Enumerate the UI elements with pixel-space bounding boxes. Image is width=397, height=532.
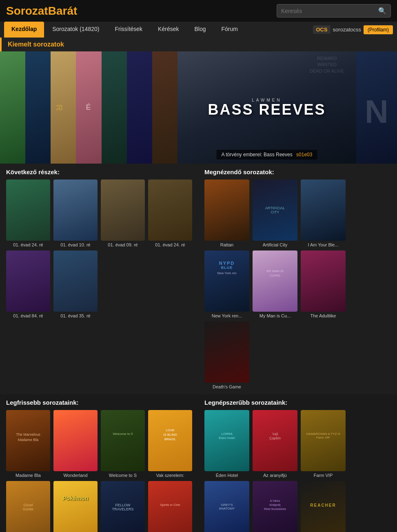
- latest-card-0[interactable]: The MarvelousMadame Bla Madame Bla: [6, 410, 50, 478]
- latest-card-4[interactable]: GüzelGünler Güzel Günler: [6, 481, 50, 532]
- next-episode-label-1: 01. évad 24. ré: [6, 242, 50, 247]
- next-episode-card-2[interactable]: 01. évad 10. ré: [53, 180, 98, 247]
- latest-label-0: Madame Bla: [6, 473, 50, 478]
- latest-img-0: The MarvelousMadame Bla: [6, 410, 50, 471]
- ocs-badge: OCS: [313, 25, 330, 34]
- right-poster[interactable]: N: [356, 51, 397, 164]
- header: SorozatBarát 🔍: [0, 0, 397, 22]
- hero-episode-code: s01e03: [296, 152, 312, 157]
- popular-card-3[interactable]: GREY'SANATOMY A Grace klinika: [204, 481, 249, 532]
- popular-card-1[interactable]: YaliÇapkin Az aranyifjú: [253, 410, 297, 478]
- tab-frissitesek[interactable]: Frissítések: [107, 22, 150, 38]
- hero-title-main: BASS REEVES: [208, 102, 326, 117]
- left-poster-2[interactable]: [25, 51, 51, 164]
- next-episodes-title: Következő részek:: [6, 168, 192, 175]
- next-episode-img-4: [148, 180, 192, 241]
- latest-img-3: LOVEIS BLINDBRAZIL: [148, 410, 192, 471]
- watchlist-img-mymanis: MY MAN ISCUPID: [253, 250, 297, 312]
- popular-section: Legnépszerűbb sorozataink: LORRAÉden Hot…: [198, 394, 397, 532]
- popular-img-0: LORRAÉden Hotel: [204, 410, 249, 471]
- popular-img-5: REACHER: [301, 481, 346, 532]
- search-bar: 🔍: [277, 4, 391, 18]
- watchlist-img-artificial: ARTIFICIALCITY: [253, 180, 297, 241]
- left-poster-5[interactable]: [102, 51, 127, 164]
- popular-card-2[interactable]: HAMAROSAN A TYZ HFarm VIP Farm VIP: [301, 410, 346, 478]
- next-episode-img-3: [101, 180, 145, 241]
- popular-card-5[interactable]: REACHER Reacher: [301, 481, 346, 532]
- popular-label-1: Az aranyifjú: [253, 473, 297, 478]
- latest-img-7: Spirits in Chin: [148, 481, 192, 532]
- latest-img-5: Pokémon: [53, 481, 98, 532]
- popular-card-0[interactable]: LORRAÉden Hotel Éden Hotel: [204, 410, 249, 478]
- popular-img-1: YaliÇapkin: [253, 410, 297, 471]
- watchlist-section: Megnézendő sorozatok: Rattan ARTIFICIALC…: [198, 164, 397, 394]
- nav-bar: Kezdőlap Sorozatok (14820) Frissítések K…: [0, 22, 397, 38]
- next-episode-card-3[interactable]: 01. évad 09. ré: [101, 180, 145, 247]
- next-episode-img-5: [6, 250, 50, 312]
- bottom-sections: Legfrissebb sorozataink: The MarvelousMa…: [0, 394, 397, 532]
- featured-section-title: Kiemelt sorozatok: [0, 38, 397, 51]
- next-episode-card-6[interactable]: 01. évad 35. ré: [53, 250, 98, 318]
- left-poster-4[interactable]: É: [76, 51, 101, 164]
- watchlist-label-adultlike: The Adultlike: [301, 313, 346, 318]
- next-episodes-grid: 01. évad 24. ré 01. évad 10. ré 01. évad…: [6, 180, 192, 318]
- latest-card-7[interactable]: Spirits in Chin Spirits in Chin: [148, 481, 192, 532]
- nav-tabs: Kezdőlap Sorozatok (14820) Frissítések K…: [4, 22, 245, 38]
- next-episodes-section: Következő részek: 01. évad 24. ré 01. év…: [0, 164, 198, 394]
- left-poster-3[interactable]: R: [51, 51, 76, 164]
- latest-card-2[interactable]: Welcome to 5 Welcome to S: [101, 410, 145, 478]
- latest-section: Legfrissebb sorozataink: The MarvelousMa…: [0, 394, 198, 532]
- watchlist-card-rattan[interactable]: Rattan: [204, 180, 249, 247]
- popular-img-4: A VárosKirálynő|Real Housewives: [253, 481, 297, 532]
- latest-img-4: GüzelGünler: [6, 481, 50, 532]
- latest-img-6: FELLOWTRAVELERS: [101, 481, 145, 532]
- watchlist-label-mymanis: My Man is Cu...: [253, 313, 297, 318]
- latest-label-1: Wonderland: [53, 473, 98, 478]
- left-poster-6[interactable]: [127, 51, 152, 164]
- watchlist-label-iamyour: I Am Your Ble...: [301, 242, 346, 247]
- watchlist-grid: Rattan ARTIFICIALCITY Artificial City I …: [204, 180, 391, 389]
- site-logo[interactable]: SorozatBarát: [6, 4, 77, 18]
- latest-grid: The MarvelousMadame Bla Madame Bla Wonde…: [6, 410, 192, 532]
- hero-title-block: LAWMEN BASS REEVES: [208, 98, 326, 117]
- two-col-section: Következő részek: 01. évad 24. ré 01. év…: [0, 164, 397, 394]
- nav-right: OCS sorozatocss (Profilam): [313, 25, 393, 34]
- latest-card-5[interactable]: Pokémon Pokémon: [53, 481, 98, 532]
- left-poster-1[interactable]: [0, 51, 25, 164]
- next-episode-card-1[interactable]: 01. évad 24. ré: [6, 180, 50, 247]
- hero-main[interactable]: REWARDWANTEDDEAD OR ALIVE LAWMEN BASS RE…: [177, 51, 356, 164]
- next-episode-label-4: 01. évad 24. ré: [148, 242, 192, 247]
- tab-keresek[interactable]: Kérések: [151, 22, 186, 38]
- latest-label-3: Vak szerelem:: [148, 473, 192, 478]
- tab-blog[interactable]: Blog: [187, 22, 213, 38]
- watchlist-card-deathsgame[interactable]: Death's Game: [204, 321, 249, 389]
- profile-button[interactable]: (Profilam): [364, 25, 393, 34]
- popular-card-4[interactable]: A VárosKirálynő|Real Housewives A Város …: [253, 481, 297, 532]
- hero-carousel[interactable]: R É REWARDWANTEDDEAD OR ALIVE LAWMEN BAS…: [0, 51, 397, 164]
- latest-card-6[interactable]: FELLOWTRAVELERS Útitársak: [101, 481, 145, 532]
- popular-title: Legnépszerűbb sorozataink:: [204, 399, 391, 406]
- watchlist-img-rattan: [204, 180, 249, 241]
- watchlist-card-adultlike[interactable]: The Adultlike: [301, 250, 346, 318]
- popular-label-0: Éden Hotel: [204, 473, 249, 478]
- next-episode-card-4[interactable]: 01. évad 24. ré: [148, 180, 192, 247]
- search-input[interactable]: [281, 8, 375, 14]
- watchlist-label-deathsgame: Death's Game: [204, 384, 249, 389]
- tab-kezdolap[interactable]: Kezdőlap: [4, 22, 44, 38]
- watchlist-label-artificial: Artificial City: [253, 242, 297, 247]
- search-icon[interactable]: 🔍: [378, 7, 386, 15]
- watchlist-card-mymanis[interactable]: MY MAN ISCUPID My Man is Cu...: [253, 250, 297, 318]
- latest-card-1[interactable]: Wonderland: [53, 410, 98, 478]
- watchlist-card-artificial[interactable]: ARTIFICIALCITY Artificial City: [253, 180, 297, 247]
- watchlist-card-iamyour[interactable]: I Am Your Ble...: [301, 180, 346, 247]
- latest-img-1: [53, 410, 98, 471]
- latest-card-3[interactable]: LOVEIS BLINDBRAZIL Vak szerelem:: [148, 410, 192, 478]
- watchlist-img-deathsgame: [204, 321, 249, 383]
- popular-grid: LORRAÉden Hotel Éden Hotel YaliÇapkin Az…: [204, 410, 391, 532]
- tab-sorozatok[interactable]: Sorozatok (14820): [45, 22, 106, 38]
- watchlist-label-nypd: New York ren...: [204, 313, 249, 318]
- tab-forum[interactable]: Fórum: [214, 22, 245, 38]
- left-poster-7[interactable]: [152, 51, 177, 164]
- watchlist-card-nypd[interactable]: NYPD BLUE New York ren New York ren...: [204, 250, 249, 318]
- next-episode-card-5[interactable]: 01. évad 84. ré: [6, 250, 50, 318]
